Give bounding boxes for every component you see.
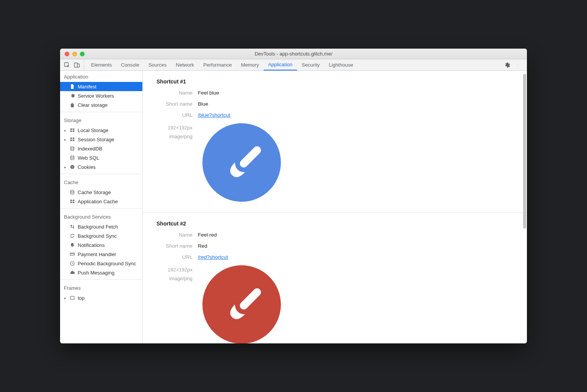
sidebar-item-payment-handler[interactable]: Payment Handler xyxy=(60,250,142,259)
cloud-icon xyxy=(69,270,75,276)
sidebar-item-label: Local Storage xyxy=(78,127,108,133)
sidebar-item-label: Background Sync xyxy=(78,233,117,239)
sidebar-item-cache-storage[interactable]: Cache Storage xyxy=(60,188,142,197)
frame-icon xyxy=(69,295,75,301)
sidebar-item-label: Session Storage xyxy=(78,137,114,142)
sidebar-item-label: Service Workers xyxy=(78,93,114,99)
svg-point-18 xyxy=(73,166,73,167)
cookie-icon xyxy=(69,164,75,170)
svg-point-14 xyxy=(71,147,74,148)
application-sidebar: ApplicationManifestService WorkersClear … xyxy=(60,71,143,343)
sidebar-item-manifest[interactable]: Manifest xyxy=(60,82,142,91)
more-menu-icon[interactable] xyxy=(515,62,522,68)
svg-rect-28 xyxy=(238,145,263,169)
sidebar-item-label: Background Fetch xyxy=(78,224,118,230)
inspect-element-icon[interactable] xyxy=(64,62,70,68)
devtools-window: DevTools - app-shortcuts.glitch.me/ Elem… xyxy=(60,49,527,343)
shortcut-block-1: Shortcut #1NameFeel blueShort nameBlueUR… xyxy=(143,71,527,213)
expand-arrow-icon: ▸ xyxy=(63,165,67,169)
sidebar-item-label: top xyxy=(78,295,85,301)
sidebar-item-background-fetch[interactable]: Background Fetch xyxy=(60,222,142,231)
icon-meta: 192×192pximage/png xyxy=(157,265,198,283)
sidebar-item-label: Manifest xyxy=(78,84,96,90)
svg-point-3 xyxy=(518,64,518,65)
settings-gear-icon[interactable] xyxy=(504,62,510,68)
field-label-name: Name xyxy=(157,232,198,238)
sidebar-item-label: Notifications xyxy=(78,242,105,248)
sync-icon xyxy=(69,233,75,239)
sidebar-item-notifications[interactable]: Notifications xyxy=(60,240,142,250)
database-icon xyxy=(69,189,75,195)
sidebar-item-web-sql[interactable]: Web SQL xyxy=(60,153,142,162)
tab-performance[interactable]: Performance xyxy=(199,59,236,70)
shortcut-icon-preview xyxy=(202,265,281,343)
svg-rect-9 xyxy=(73,131,74,132)
tab-application[interactable]: Application xyxy=(264,59,297,70)
sidebar-item-label: Payment Handler xyxy=(78,252,116,257)
scrollbar-thumb[interactable] xyxy=(523,74,526,229)
shortcut-block-2: Shortcut #2NameFeel redShort nameRedURL/… xyxy=(143,213,527,343)
svg-point-15 xyxy=(71,156,74,157)
database-icon xyxy=(69,145,75,152)
svg-rect-1 xyxy=(75,63,78,67)
trash-icon xyxy=(69,102,75,108)
sidebar-item-label: Web SQL xyxy=(78,155,99,161)
manifest-panel: Shortcut #1NameFeel blueShort nameBlueUR… xyxy=(143,71,527,343)
shortcut-heading: Shortcut #2 xyxy=(157,220,527,227)
tab-console[interactable]: Console xyxy=(116,59,144,70)
svg-rect-27 xyxy=(70,296,74,299)
shortcut-icon-preview xyxy=(202,123,281,202)
card-icon xyxy=(69,251,75,257)
tab-network[interactable]: Network xyxy=(171,59,199,70)
svg-rect-8 xyxy=(70,131,72,132)
updown-icon xyxy=(69,224,75,230)
sidebar-item-top[interactable]: ▸top xyxy=(60,293,142,302)
sidebar-item-cookies[interactable]: ▸Cookies xyxy=(60,162,142,172)
svg-rect-13 xyxy=(73,140,74,141)
field-value-name: Feel blue xyxy=(198,90,219,96)
sidebar-group-background-services: Background Services xyxy=(60,211,142,222)
svg-rect-22 xyxy=(73,200,74,201)
svg-rect-11 xyxy=(73,138,74,139)
svg-rect-10 xyxy=(70,138,72,139)
svg-rect-7 xyxy=(73,129,74,130)
svg-point-5 xyxy=(518,65,518,65)
device-toolbar-icon[interactable] xyxy=(74,62,80,68)
tab-sources[interactable]: Sources xyxy=(144,59,171,70)
shortcut-url-link[interactable]: /red?shortcut xyxy=(198,254,228,260)
traffic-lights xyxy=(65,52,85,56)
sidebar-item-service-workers[interactable]: Service Workers xyxy=(60,91,142,100)
sidebar-item-indexeddb[interactable]: IndexedDB xyxy=(60,144,142,153)
minimize-window-button[interactable] xyxy=(72,52,77,56)
sidebar-item-application-cache[interactable]: Application Cache xyxy=(60,197,142,206)
close-window-button[interactable] xyxy=(65,52,69,56)
tab-elements[interactable]: Elements xyxy=(86,59,116,70)
sidebar-item-session-storage[interactable]: ▸Session Storage xyxy=(60,135,142,144)
tab-lighthouse[interactable]: Lighthouse xyxy=(324,59,358,70)
shortcut-heading: Shortcut #1 xyxy=(157,78,527,85)
bell-icon xyxy=(69,242,75,248)
database-icon xyxy=(69,155,75,161)
expand-arrow-icon: ▸ xyxy=(63,296,67,300)
sidebar-item-local-storage[interactable]: ▸Local Storage xyxy=(60,126,142,135)
grid-icon xyxy=(69,136,75,142)
shortcut-url-link[interactable]: /blue?shortcut xyxy=(198,112,230,118)
sidebar-item-periodic-background-sync[interactable]: Periodic Background Sync xyxy=(60,259,142,268)
svg-rect-24 xyxy=(73,202,74,203)
sidebar-item-clear-storage[interactable]: Clear storage xyxy=(60,100,142,109)
zoom-window-button[interactable] xyxy=(80,52,85,56)
clock-icon xyxy=(69,260,75,266)
content-area: ApplicationManifestService WorkersClear … xyxy=(60,71,527,343)
sidebar-item-push-messaging[interactable]: Push Messaging xyxy=(60,268,142,277)
svg-rect-29 xyxy=(238,287,263,311)
window-title: DevTools - app-shortcuts.glitch.me/ xyxy=(60,51,527,57)
scrollbar[interactable] xyxy=(523,74,526,340)
sidebar-item-background-sync[interactable]: Background Sync xyxy=(60,231,142,240)
icon-meta: 192×192pximage/png xyxy=(157,123,198,141)
tab-security[interactable]: Security xyxy=(297,59,324,70)
field-label-short_name: Short name xyxy=(157,101,198,107)
svg-point-19 xyxy=(72,167,73,168)
field-value-url: /blue?shortcut xyxy=(198,112,230,118)
tab-memory[interactable]: Memory xyxy=(236,59,264,70)
devtools-tabbar: ElementsConsoleSourcesNetworkPerformance… xyxy=(60,59,527,71)
